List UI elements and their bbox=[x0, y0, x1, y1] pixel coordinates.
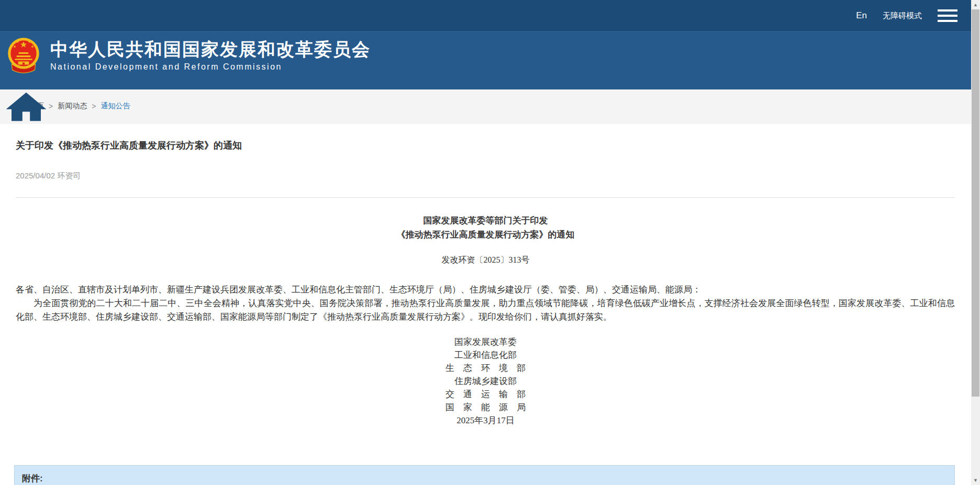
site-title-cn: 中华人民共和国国家发展和改革委员会 bbox=[50, 39, 371, 60]
article-date: 2025/04/02 bbox=[16, 171, 55, 180]
language-toggle[interactable]: En bbox=[856, 10, 867, 21]
scroll-down-icon[interactable]: ▼ bbox=[971, 478, 980, 483]
signature-line: 工业和信息化部 bbox=[0, 348, 971, 362]
signature-line: 国家发展改革委 bbox=[0, 335, 971, 348]
doc-title-line1: 国家发展改革委等部门关于印发 bbox=[0, 215, 971, 227]
article-meta: 2025/04/02 环资司 bbox=[16, 171, 81, 181]
site-title-en: National Development and Reform Commissi… bbox=[50, 62, 371, 72]
scrollbar[interactable]: ▲ ▼ bbox=[971, 0, 980, 485]
accessibility-mode-button[interactable]: 无障碍模式 bbox=[883, 11, 922, 21]
scroll-thumb[interactable] bbox=[972, 9, 979, 397]
scroll-up-icon[interactable]: ▲ bbox=[971, 2, 980, 7]
attachment-label: 附件: bbox=[22, 472, 954, 484]
doc-number: 发改环资〔2025〕313号 bbox=[0, 255, 971, 266]
article-title: 关于印发《推动热泵行业高质量发展行动方案》的通知 bbox=[16, 139, 242, 152]
page: En 无障碍模式 bbox=[0, 0, 980, 485]
content-divider bbox=[16, 197, 955, 198]
top-bar: En 无障碍模式 bbox=[0, 0, 971, 31]
breadcrumb-news[interactable]: 新闻动态 bbox=[58, 101, 87, 111]
home-icon[interactable] bbox=[5, 92, 47, 124]
signature-block: 国家发展改革委 工业和信息化部 生 态 环 境 部 住房城乡建设部 交 通 运 … bbox=[0, 335, 971, 427]
paragraph-addressees: 各省、自治区、直辖市及计划单列市、新疆生产建设兵团发展改革委、工业和信息化主管部… bbox=[16, 283, 955, 297]
attachment-box: 附件: bbox=[14, 465, 955, 485]
signature-line: 交 通 运 输 部 bbox=[0, 388, 971, 401]
national-emblem-icon bbox=[6, 35, 41, 76]
signature-line: 生 态 环 境 部 bbox=[0, 362, 971, 375]
signature-line: 住房城乡建设部 bbox=[0, 375, 971, 388]
signature-line: 国 家 能 源 局 bbox=[0, 401, 971, 414]
breadcrumb-bar: 首页 > 新闻动态 > 通知公告 bbox=[0, 89, 971, 124]
breadcrumb-separator: > bbox=[92, 102, 96, 110]
paragraph-body: 为全面贯彻党的二十大和二十届二中、三中全会精神，认真落实党中央、国务院决策部署，… bbox=[16, 297, 955, 324]
article-department: 环资司 bbox=[57, 171, 81, 180]
breadcrumb-current[interactable]: 通知公告 bbox=[101, 101, 130, 111]
signature-date: 2025年3月17日 bbox=[0, 414, 971, 427]
site-header: 中华人民共和国国家发展和改革委员会 National Development a… bbox=[0, 31, 971, 89]
doc-title-line2: 《推动热泵行业高质量发展行动方案》的通知 bbox=[0, 229, 971, 241]
menu-icon[interactable] bbox=[938, 9, 957, 22]
breadcrumb-separator: > bbox=[49, 102, 53, 110]
